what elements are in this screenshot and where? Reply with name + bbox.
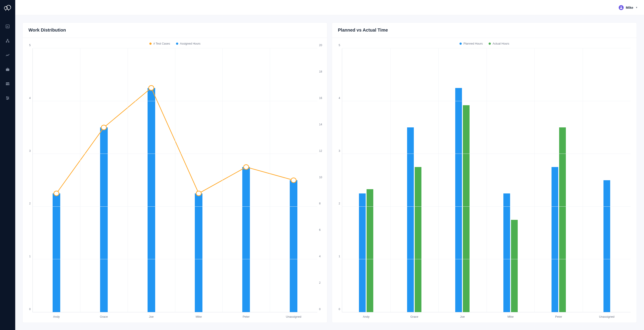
nav-trend-icon[interactable] — [4, 51, 12, 59]
card-title: Work Distribution — [22, 22, 327, 38]
nav-flow-icon[interactable] — [4, 37, 12, 45]
svg-rect-14 — [7, 84, 8, 85]
topbar: Mike ▼ — [15, 0, 644, 15]
svg-rect-7 — [8, 27, 9, 28]
xaxis-label: Unassigned — [583, 315, 631, 318]
sidebar — [0, 0, 15, 330]
bar-actual[interactable] — [415, 167, 422, 312]
svg-point-22 — [620, 6, 622, 8]
nav-bar-chart-icon[interactable] — [4, 22, 12, 30]
bar[interactable] — [100, 128, 108, 312]
bar[interactable] — [52, 194, 60, 312]
xaxis-label: Peter — [222, 315, 270, 318]
xaxis-label: Grace — [80, 315, 128, 318]
content: Work Distribution # Test Cases Assigned … — [15, 15, 644, 330]
legend-item[interactable]: Assigned Hours — [176, 42, 201, 45]
card-planned-vs-actual: Planned vs Actual Time Planned Hours Act… — [332, 22, 637, 323]
nav-briefcase-icon[interactable] — [4, 65, 12, 74]
xaxis-label: Mike — [486, 315, 534, 318]
bar-actual[interactable] — [366, 189, 373, 312]
svg-point-19 — [6, 96, 7, 97]
legend-item[interactable]: Actual Hours — [488, 42, 509, 45]
card-title: Planned vs Actual Time — [332, 22, 636, 38]
svg-rect-5 — [7, 26, 7, 27]
bar-planned[interactable] — [359, 194, 366, 312]
xaxis-label: Grace — [390, 315, 438, 318]
xaxis-label: Joe — [128, 315, 175, 318]
svg-rect-10 — [8, 42, 10, 42]
svg-rect-6 — [8, 26, 8, 28]
card-work-distribution: Work Distribution # Test Cases Assigned … — [22, 22, 327, 323]
plot: 012345 AndyGraceJoeMikePeterUnassigned 0… — [25, 48, 325, 312]
bar-actual[interactable] — [511, 220, 518, 312]
xaxis-label: Andy — [342, 315, 390, 318]
bar-planned[interactable] — [455, 88, 462, 312]
svg-rect-8 — [7, 39, 8, 40]
svg-rect-13 — [6, 84, 7, 85]
nav-columns-icon[interactable] — [4, 80, 12, 88]
xaxis-label: Mike — [175, 315, 222, 318]
legend-item[interactable]: Planned Hours — [460, 42, 483, 45]
bar[interactable] — [242, 167, 250, 312]
xaxis-label: Unassigned — [270, 315, 317, 318]
chevron-down-icon: ▼ — [636, 6, 638, 9]
svg-point-21 — [7, 99, 8, 100]
bar-planned[interactable] — [552, 167, 558, 312]
legend: Planned Hours Actual Hours — [334, 42, 634, 45]
main: Mike ▼ Work Distribution # Test Cases As… — [15, 0, 644, 330]
bar[interactable] — [195, 194, 202, 312]
bar-actual[interactable] — [463, 105, 470, 312]
nav-sliders-icon[interactable] — [4, 94, 12, 102]
avatar-icon — [619, 5, 624, 10]
plot: 012345 AndyGraceJoeMikePeterUnassigned — [334, 48, 634, 312]
legend-item[interactable]: # Test Cases — [149, 42, 170, 45]
xaxis-label: Peter — [534, 315, 583, 318]
legend: # Test Cases Assigned Hours — [25, 42, 325, 45]
bar[interactable] — [290, 180, 297, 312]
bar-planned[interactable] — [407, 128, 414, 312]
logo-icon — [4, 4, 12, 12]
chart-planned-vs-actual: Planned Hours Actual Hours 012345 AndyGr… — [332, 38, 636, 322]
svg-point-20 — [8, 98, 9, 98]
bar-planned[interactable] — [504, 194, 510, 312]
bar-actual[interactable] — [559, 128, 566, 312]
svg-rect-11 — [6, 69, 10, 71]
xaxis-label: Joe — [438, 315, 486, 318]
svg-rect-12 — [6, 82, 10, 83]
user-name: Mike — [626, 6, 633, 10]
bar-planned[interactable] — [604, 180, 610, 312]
user-menu[interactable]: Mike ▼ — [619, 5, 638, 10]
xaxis-label: Andy — [33, 315, 80, 318]
chart-work-distribution: # Test Cases Assigned Hours 012345 AndyG… — [22, 38, 327, 322]
svg-rect-9 — [6, 42, 7, 42]
svg-rect-15 — [8, 84, 9, 85]
bar[interactable] — [148, 88, 155, 312]
